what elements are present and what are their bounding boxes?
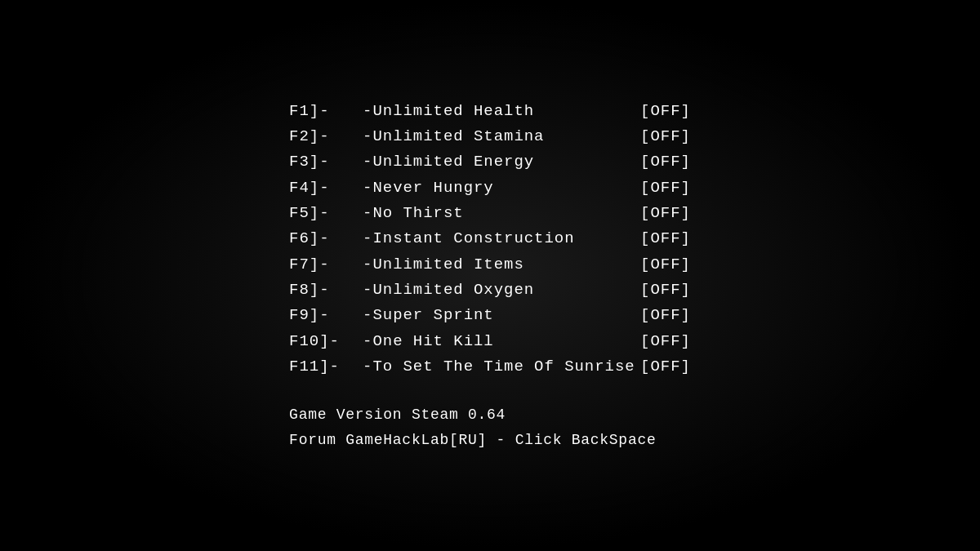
cheat-row: F11]--To Set The Time Of Sunrise[OFF] [289, 354, 691, 380]
cheat-key: F5]- [289, 201, 363, 226]
cheat-status: [OFF] [640, 124, 691, 149]
cheat-row: F10]--One Hit Kill[OFF] [289, 329, 691, 354]
cheat-name: -One Hit Kill [363, 329, 640, 354]
screen: F1]--Unlimited Health[OFF]F2]--Unlimited… [0, 0, 980, 551]
footer: Game Version Steam 0.64 Forum GameHackLa… [289, 402, 691, 452]
footer-line2: Forum GameHackLab[RU] - Click BackSpace [289, 428, 691, 453]
footer-line1: Game Version Steam 0.64 [289, 402, 691, 428]
cheat-status: [OFF] [640, 149, 691, 175]
cheat-status: [OFF] [640, 329, 691, 354]
cheat-name: -Unlimited Stamina [363, 124, 640, 149]
cheat-key: F8]- [289, 278, 363, 303]
cheat-name: -To Set The Time Of Sunrise [363, 354, 640, 380]
cheat-key: F3]- [289, 149, 363, 175]
cheat-key: F7]- [289, 252, 363, 278]
cheat-row: F2]--Unlimited Stamina[OFF] [289, 124, 691, 149]
cheat-status: [OFF] [640, 354, 691, 380]
cheat-key: F1]- [289, 99, 363, 124]
cheat-name: -Instant Construction [363, 226, 640, 251]
cheat-status: [OFF] [640, 303, 691, 328]
cheat-row: F1]--Unlimited Health[OFF] [289, 99, 691, 124]
cheat-key: F10]- [289, 329, 363, 354]
cheat-name: -No Thirst [363, 201, 640, 226]
cheat-key: F9]- [289, 303, 363, 328]
cheat-status: [OFF] [640, 176, 691, 201]
cheat-status: [OFF] [640, 252, 691, 278]
cheat-row: F9]--Super Sprint[OFF] [289, 303, 691, 328]
cheat-name: -Super Sprint [363, 303, 640, 328]
cheat-row: F3]--Unlimited Energy[OFF] [289, 149, 691, 175]
cheat-status: [OFF] [640, 278, 691, 303]
cheat-row: F6]--Instant Construction[OFF] [289, 226, 691, 251]
cheat-status: [OFF] [640, 99, 691, 124]
cheat-row: F4]--Never Hungry[OFF] [289, 176, 691, 201]
cheat-name: -Unlimited Energy [363, 149, 640, 175]
cheat-list: F1]--Unlimited Health[OFF]F2]--Unlimited… [289, 99, 691, 380]
cheat-key: F4]- [289, 176, 363, 201]
cheat-key: F6]- [289, 226, 363, 251]
cheat-name: -Unlimited Items [363, 252, 640, 278]
cheat-key: F2]- [289, 124, 363, 149]
cheat-panel: F1]--Unlimited Health[OFF]F2]--Unlimited… [256, 82, 724, 469]
cheat-name: -Never Hungry [363, 176, 640, 201]
cheat-status: [OFF] [640, 226, 691, 251]
cheat-name: -Unlimited Oxygen [363, 278, 640, 303]
cheat-row: F5]--No Thirst[OFF] [289, 201, 691, 226]
cheat-key: F11]- [289, 354, 363, 380]
cheat-name: -Unlimited Health [363, 99, 640, 124]
cheat-row: F7]--Unlimited Items[OFF] [289, 252, 691, 278]
cheat-row: F8]--Unlimited Oxygen[OFF] [289, 278, 691, 303]
cheat-status: [OFF] [640, 201, 691, 226]
